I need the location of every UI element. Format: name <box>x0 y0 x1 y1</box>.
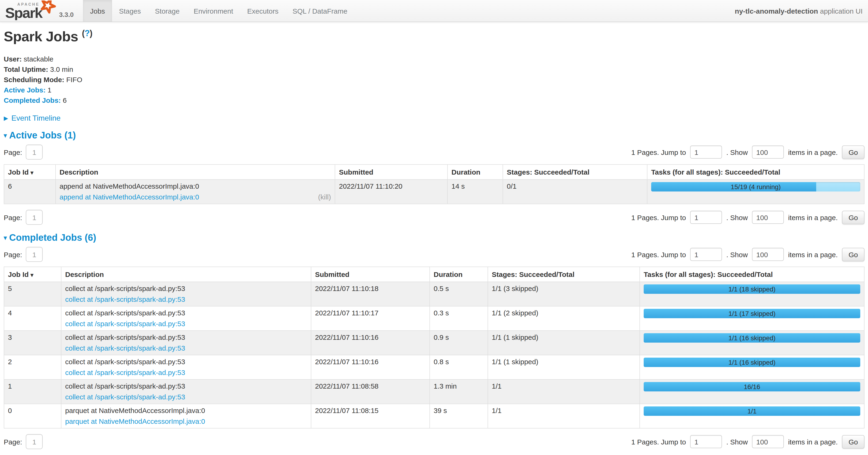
active-jobs-pagination-bottom: Page: 1 Pages. Jump to . Show items in a… <box>4 210 865 225</box>
column-header-job-id[interactable]: Job Id▾ <box>4 165 56 179</box>
duration-cell: 0.8 s <box>430 355 488 379</box>
page-number-input[interactable] <box>26 145 43 160</box>
description-cell: collect at /spark-scripts/spark-ad.py:53… <box>61 331 311 355</box>
active-jobs-section-header[interactable]: ▾Active Jobs (1) <box>4 130 865 141</box>
job-summary: User: stackable Total Uptime: 3.0 min Sc… <box>4 55 865 105</box>
job-description: collect at /spark-scripts/spark-ad.py:53 <box>65 333 307 342</box>
completed-jobs-link[interactable]: Completed Jobs: <box>4 96 61 104</box>
jump-to-page-input[interactable] <box>690 435 722 448</box>
task-progress-bar: 1/1 (18 skipped) <box>644 284 860 294</box>
column-header-duration[interactable]: Duration <box>430 267 488 282</box>
task-progress-bar: 1/1 (16 skipped) <box>644 358 860 367</box>
pages-jump-label: 1 Pages. Jump to <box>631 213 686 221</box>
column-header-duration[interactable]: Duration <box>447 165 503 179</box>
task-progress-label: 15/19 (4 running) <box>651 182 860 192</box>
column-header-description[interactable]: Description <box>61 267 311 282</box>
summary-uptime: Total Uptime: 3.0 min <box>4 65 865 74</box>
job-detail-link[interactable]: collect at /spark-scripts/spark-ad.py:53 <box>65 295 185 304</box>
submitted-cell: 2022/11/07 11:10:16 <box>311 355 430 379</box>
jump-to-page-input[interactable] <box>690 211 722 224</box>
nav-tabs: Jobs Stages Storage Environment Executor… <box>83 0 354 22</box>
tab-environment[interactable]: Environment <box>187 0 240 22</box>
completed-job-row: 5 collect at /spark-scripts/spark-ad.py:… <box>4 282 864 306</box>
submitted-cell: 2022/11/07 11:10:17 <box>311 306 430 331</box>
job-detail-link[interactable]: collect at /spark-scripts/spark-ad.py:53 <box>65 344 185 352</box>
page-number-input[interactable] <box>26 247 43 262</box>
column-header-job-id[interactable]: Job Id▾ <box>4 267 61 282</box>
tab-executors[interactable]: Executors <box>240 0 285 22</box>
show-label: . Show <box>726 438 748 446</box>
job-id-cell: 1 <box>4 379 61 404</box>
job-id-cell: 2 <box>4 355 61 379</box>
jump-to-page-input[interactable] <box>690 248 722 261</box>
column-header-stages[interactable]: Stages: Succeeded/Total <box>503 165 647 179</box>
description-cell: parquet at NativeMethodAccessorImpl.java… <box>61 404 311 428</box>
job-id-cell: 5 <box>4 282 61 306</box>
submitted-cell: 2022/11/07 11:08:15 <box>311 404 430 428</box>
page-number-input[interactable] <box>26 434 43 449</box>
page-label: Page: <box>4 213 22 221</box>
spark-logo-image: APACHE Spark <box>5 0 57 20</box>
job-detail-link[interactable]: parquet at NativeMethodAccessorImpl.java… <box>65 417 205 426</box>
duration-cell: 0.3 s <box>430 306 488 331</box>
items-per-page-input[interactable] <box>752 211 784 224</box>
column-header-submitted[interactable]: Submitted <box>311 267 430 282</box>
description-cell: collect at /spark-scripts/spark-ad.py:53… <box>61 355 311 379</box>
completed-job-row: 0 parquet at NativeMethodAccessorImpl.ja… <box>4 404 864 428</box>
task-progress-bar: 1/1 <box>644 406 860 416</box>
column-header-tasks[interactable]: Tasks (for all stages): Succeeded/Total <box>640 267 864 282</box>
column-header-submitted[interactable]: Submitted <box>335 165 447 179</box>
job-detail-link[interactable]: collect at /spark-scripts/spark-ad.py:53 <box>65 320 185 328</box>
jump-to-page-input[interactable] <box>690 145 722 159</box>
active-jobs-link[interactable]: Active Jobs: <box>4 86 45 94</box>
tasks-cell: 1/1 <box>640 404 864 428</box>
column-header-stages[interactable]: Stages: Succeeded/Total <box>488 267 640 282</box>
completed-jobs-pagination-bottom: Page: 1 Pages. Jump to . Show items in a… <box>4 434 865 449</box>
help-link[interactable]: (?) <box>82 29 92 38</box>
task-progress-label: 1/1 (16 skipped) <box>644 333 860 343</box>
stages-cell: 1/1 (3 skipped) <box>488 282 640 306</box>
go-button[interactable]: Go <box>842 145 865 159</box>
go-button[interactable]: Go <box>842 435 865 449</box>
event-timeline-toggle[interactable]: ▶Event Timeline <box>4 114 865 122</box>
tab-storage[interactable]: Storage <box>148 0 187 22</box>
items-per-page-input[interactable] <box>752 435 784 448</box>
column-header-description[interactable]: Description <box>56 165 335 179</box>
duration-cell: 1.3 min <box>430 379 488 404</box>
duration-cell: 0.5 s <box>430 282 488 306</box>
help-question-icon[interactable]: ? <box>85 29 90 38</box>
spark-version: 3.3.0 <box>59 11 73 18</box>
duration-cell: 14 s <box>447 179 503 204</box>
completed-job-row: 4 collect at /spark-scripts/spark-ad.py:… <box>4 306 864 331</box>
completed-jobs-section-header[interactable]: ▾Completed Jobs (6) <box>4 232 865 243</box>
tab-stages[interactable]: Stages <box>112 0 148 22</box>
tab-sql-dataframe[interactable]: SQL / DataFrame <box>285 0 354 22</box>
job-detail-link[interactable]: collect at /spark-scripts/spark-ad.py:53 <box>65 368 185 377</box>
go-button[interactable]: Go <box>842 248 865 261</box>
items-per-page-input[interactable] <box>752 145 784 159</box>
description-cell: collect at /spark-scripts/spark-ad.py:53… <box>61 379 311 404</box>
page-number-input[interactable] <box>26 210 43 225</box>
spark-brand-label: Spark <box>5 5 43 20</box>
submitted-cell: 2022/11/07 11:10:16 <box>311 331 430 355</box>
completed-job-row: 1 collect at /spark-scripts/spark-ad.py:… <box>4 379 864 404</box>
items-per-page-input[interactable] <box>752 248 784 261</box>
items-label: items in a page. <box>788 213 838 221</box>
kill-link[interactable]: (kill) <box>318 193 331 201</box>
application-title: ny-tlc-anomaly-detection application UI <box>735 7 868 15</box>
sort-desc-icon: ▾ <box>30 272 33 278</box>
column-header-tasks[interactable]: Tasks (for all stages): Succeeded/Total <box>647 165 864 179</box>
pages-jump-label: 1 Pages. Jump to <box>631 250 686 258</box>
job-detail-link[interactable]: append at NativeMethodAccessorImpl.java:… <box>60 193 199 201</box>
task-progress-bar: 16/16 <box>644 382 860 391</box>
duration-cell: 0.9 s <box>430 331 488 355</box>
job-id-cell: 6 <box>4 179 56 204</box>
job-detail-link[interactable]: collect at /spark-scripts/spark-ad.py:53 <box>65 393 185 401</box>
go-button[interactable]: Go <box>842 210 865 224</box>
tab-jobs[interactable]: Jobs <box>83 0 112 22</box>
summary-active-jobs: Active Jobs: 1 <box>4 86 865 94</box>
completed-jobs-table: Job Id▾ Description Submitted Duration S… <box>4 266 865 428</box>
stages-cell: 1/1 <box>488 404 640 428</box>
task-progress-bar: 15/19 (4 running) <box>651 182 860 192</box>
page-title: Spark Jobs (?) <box>4 29 865 45</box>
